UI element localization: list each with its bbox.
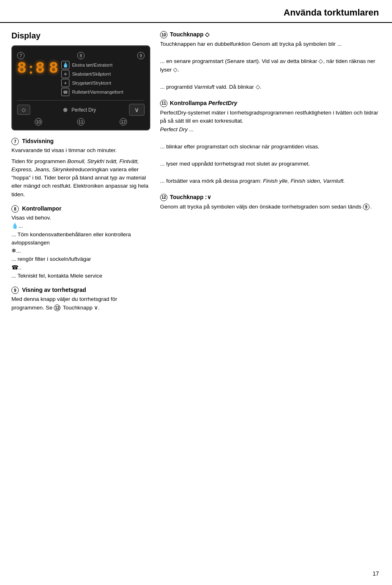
check-symbol: ∨ <box>134 106 139 113</box>
circle-9: 9 <box>11 287 19 294</box>
seg-digit-2: 8 <box>36 61 45 76</box>
section-kontrollampor-title: 8 Kontrollampor <box>11 205 150 213</box>
title-kontrollampor: Kontrollampor <box>22 205 61 212</box>
check-button[interactable]: ∨ <box>129 104 145 116</box>
icon-extratort: 💧 <box>61 61 69 69</box>
display-right-panel: 💧 Ekstra tørt/Extratorrt ❄ Skabstørt/Skå… <box>61 61 145 96</box>
circle-12: 12 <box>160 194 167 201</box>
icon-rulletort: ☎ <box>61 88 69 96</box>
label-rulletort: Rulletørt/Varmmangeltorrt <box>72 90 123 94</box>
section-torrhetsgrad: 9 Visning av torrhetsgrad Med denna knap… <box>11 287 150 312</box>
touchknapp-12-body: Genom att trycka på symbolen väljs den ö… <box>160 203 381 211</box>
perfectdry-label: Kontrollampa PerfectDry <box>170 100 237 106</box>
tidsvisning-text2: Tiden för programmen Bomull, Strykfri tv… <box>11 157 150 199</box>
section-touchknapp-12: 12 Touchknapp :∨ Genom att trycka på sym… <box>160 194 381 211</box>
torrhetsgrad-text: Med denna knapp väljer du torrhetsgrad f… <box>11 295 150 312</box>
perfect-dry-label: Perfect Dry <box>71 107 96 113</box>
page-title: Använda torktumlaren <box>284 7 379 18</box>
display-icon-row-2: ❄ Skabstørt/Skåptorrt <box>61 70 145 78</box>
display-icon-row-1: 💧 Ekstra tørt/Extratorrt <box>61 61 145 69</box>
title-tidsvisning: Tidsvisning <box>22 138 54 144</box>
touchknapp-12-label: Touchknapp :∨ <box>170 194 211 200</box>
section-perfectdry: 11 Kontrollampa PerfectDry PerfectDry-sy… <box>160 100 381 186</box>
circle-12-ref: 12 <box>54 305 60 311</box>
display-num-7: 7 <box>17 52 24 59</box>
section-tidsvisning: 7 Tidsvisning Kvarvarande tid visas i ti… <box>11 138 150 199</box>
section-kontrollampor: 8 Kontrollampor Visas vid behov. 💧... ..… <box>11 205 150 280</box>
page-number: 17 <box>372 570 379 577</box>
circle-10: 10 <box>160 31 167 38</box>
perfect-dry-led <box>63 108 67 112</box>
display-num-9: 9 <box>137 52 145 59</box>
touchknapp-10-label: Touchknapp ◇ <box>170 31 209 38</box>
display-num-8: 8 <box>77 52 85 59</box>
label-strygetort: Strygetørt/Stryktorrt <box>72 81 111 85</box>
perfectdry-title: 11 Kontrollampa PerfectDry <box>160 100 381 107</box>
section-tidsvisning-title: 7 Tidsvisning <box>11 138 150 145</box>
touchknapp-10-title: 10 Touchknapp ◇ <box>160 31 381 38</box>
timer-icon: ◇ <box>22 107 26 113</box>
display-num-10: 10 <box>35 118 42 126</box>
icon-skabstort: ❄ <box>61 70 69 78</box>
page-header: Använda torktumlaren <box>0 0 392 23</box>
display-bottom-row: ◇ Perfect Dry ∨ <box>17 100 145 116</box>
display-icon-row-3: ✦ Strygetørt/Stryktorrt <box>61 79 145 87</box>
display-icon-row-4: ☎ Rulletørt/Varmmangeltorrt <box>61 88 145 96</box>
label-extratort: Ekstra tørt/Extratorrt <box>72 63 112 67</box>
seg-colon: : <box>29 61 33 76</box>
circle-7: 7 <box>11 138 19 145</box>
kontrollampor-text: Visas vid behov. 💧... ... Töm kondensvat… <box>11 214 150 280</box>
label-skabstort: Skabstørt/Skåptorrt <box>72 72 111 76</box>
perfectdry-body: PerfectDry-systemet mäter i torrhetsgrad… <box>160 109 381 186</box>
circle-8: 8 <box>11 205 19 213</box>
right-column: 10 Touchknapp ◇ Touchknappen har en dubb… <box>160 31 381 318</box>
left-column: Display 7 8 9 8 : 8 8 <box>11 31 150 318</box>
circle-11: 11 <box>160 100 167 107</box>
display-bottom-nums: 10 11 12 <box>17 118 145 126</box>
display-num-11: 11 <box>77 118 85 126</box>
seg-digit-3: 8 <box>49 61 58 76</box>
circle-9-ref: 9 <box>363 204 370 210</box>
touchknapp-10-body: Touchknappen har en dubbelfunktion Genom… <box>160 40 381 92</box>
tidsvisning-text1: Kvarvarande tid visas i timmar och minut… <box>11 146 150 155</box>
section-touchknapp-10: 10 Touchknapp ◇ Touchknappen har en dubb… <box>160 31 381 92</box>
segment-display: 8 : 8 8 <box>17 61 58 76</box>
seg-digit-1: 8 <box>17 61 27 76</box>
icon-strygetort: ✦ <box>61 79 69 87</box>
display-num-12: 12 <box>120 118 127 126</box>
title-torrhetsgrad: Visning av torrhetsgrad <box>22 287 86 293</box>
section-torrhetsgrad-title: 9 Visning av torrhetsgrad <box>11 287 150 294</box>
timer-button[interactable]: ◇ <box>17 105 30 115</box>
display-section-title: Display <box>11 31 150 40</box>
display-box: 7 8 9 8 : 8 8 💧 <box>11 45 150 130</box>
touchknapp-12-title: 12 Touchknapp :∨ <box>160 194 381 201</box>
